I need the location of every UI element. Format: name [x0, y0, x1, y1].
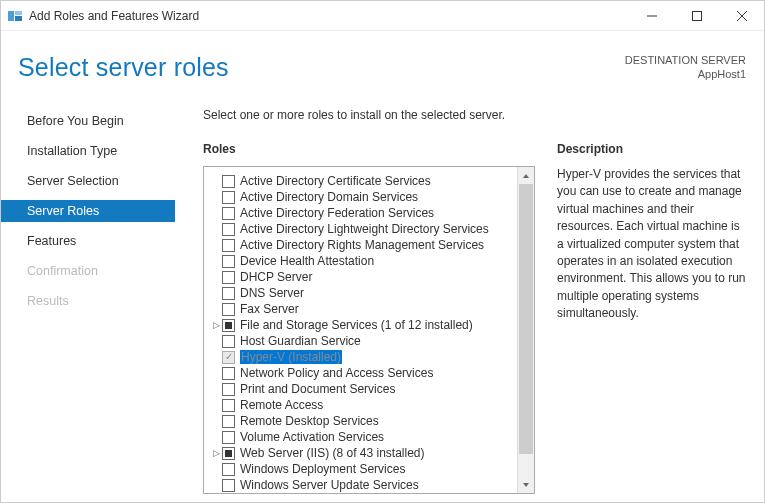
- role-checkbox[interactable]: [222, 335, 235, 348]
- role-row[interactable]: Active Directory Domain Services: [210, 189, 517, 205]
- role-checkbox[interactable]: [222, 367, 235, 380]
- roles-list: Active Directory Certificate ServicesAct…: [204, 167, 517, 494]
- role-checkbox[interactable]: [222, 175, 235, 188]
- role-row[interactable]: Hyper-V (Installed): [210, 349, 517, 365]
- role-row[interactable]: DNS Server: [210, 285, 517, 301]
- titlebar: Add Roles and Features Wizard: [1, 1, 764, 31]
- description-text: Hyper-V provides the services that you c…: [557, 166, 749, 323]
- nav-item-installation-type[interactable]: Installation Type: [1, 140, 175, 162]
- role-row[interactable]: Network Policy and Access Services: [210, 365, 517, 381]
- role-checkbox[interactable]: [222, 287, 235, 300]
- description-label: Description: [557, 142, 749, 156]
- close-button[interactable]: [719, 1, 764, 30]
- svg-rect-4: [692, 11, 701, 20]
- role-label: Windows Server Update Services: [240, 478, 419, 492]
- scrollbar[interactable]: [517, 167, 534, 493]
- role-row[interactable]: ▷Web Server (IIS) (8 of 43 installed): [210, 445, 517, 461]
- role-checkbox[interactable]: [222, 383, 235, 396]
- role-checkbox[interactable]: [222, 223, 235, 236]
- destination-label: DESTINATION SERVER: [625, 53, 746, 67]
- role-checkbox[interactable]: [222, 399, 235, 412]
- role-label: Print and Document Services: [240, 382, 395, 396]
- scroll-down-icon[interactable]: [518, 476, 534, 493]
- description-column: Description Hyper-V provides the service…: [557, 142, 749, 494]
- role-row[interactable]: Windows Server Update Services: [210, 477, 517, 493]
- nav-item-results: Results: [1, 290, 175, 312]
- role-row[interactable]: Volume Activation Services: [210, 429, 517, 445]
- role-checkbox[interactable]: [222, 447, 235, 460]
- role-label: Device Health Attestation: [240, 254, 374, 268]
- maximize-button[interactable]: [674, 1, 719, 30]
- app-icon: [7, 8, 23, 24]
- role-label: Windows Deployment Services: [240, 462, 405, 476]
- role-label: DHCP Server: [240, 270, 312, 284]
- role-checkbox[interactable]: [222, 239, 235, 252]
- role-label: Remote Access: [240, 398, 323, 412]
- role-row[interactable]: Fax Server: [210, 301, 517, 317]
- role-label: Network Policy and Access Services: [240, 366, 433, 380]
- destination-info: DESTINATION SERVER AppHost1: [625, 53, 746, 82]
- role-label: Active Directory Domain Services: [240, 190, 418, 204]
- columns: Roles Active Directory Certificate Servi…: [203, 142, 749, 494]
- role-checkbox[interactable]: [222, 431, 235, 444]
- role-checkbox[interactable]: [222, 255, 235, 268]
- role-label: Volume Activation Services: [240, 430, 384, 444]
- role-label: Host Guardian Service: [240, 334, 361, 348]
- role-checkbox[interactable]: [222, 415, 235, 428]
- window-controls: [629, 1, 764, 30]
- role-label: Active Directory Rights Management Servi…: [240, 238, 484, 252]
- svg-marker-8: [523, 483, 529, 487]
- role-row[interactable]: Active Directory Lightweight Directory S…: [210, 221, 517, 237]
- minimize-button[interactable]: [629, 1, 674, 30]
- role-row[interactable]: Active Directory Certificate Services: [210, 173, 517, 189]
- role-checkbox[interactable]: [222, 271, 235, 284]
- expander-icon[interactable]: ▷: [210, 320, 222, 330]
- role-label: Active Directory Certificate Services: [240, 174, 431, 188]
- scroll-thumb[interactable]: [519, 184, 533, 454]
- nav-item-features[interactable]: Features: [1, 230, 175, 252]
- role-label: Active Directory Federation Services: [240, 206, 434, 220]
- roles-label: Roles: [203, 142, 535, 156]
- role-row[interactable]: DHCP Server: [210, 269, 517, 285]
- svg-rect-1: [15, 11, 22, 15]
- role-label: Fax Server: [240, 302, 299, 316]
- nav-item-server-roles[interactable]: Server Roles: [1, 200, 175, 222]
- nav-item-confirmation: Confirmation: [1, 260, 175, 282]
- role-label: Web Server (IIS) (8 of 43 installed): [240, 446, 425, 460]
- svg-rect-2: [15, 16, 22, 21]
- role-checkbox[interactable]: [222, 191, 235, 204]
- scroll-up-icon[interactable]: [518, 167, 534, 184]
- role-checkbox[interactable]: [222, 207, 235, 220]
- content: Before You BeginInstallation TypeServer …: [1, 108, 764, 494]
- role-row[interactable]: Remote Desktop Services: [210, 413, 517, 429]
- role-label: DNS Server: [240, 286, 304, 300]
- role-checkbox[interactable]: [222, 479, 235, 492]
- role-row[interactable]: ▷File and Storage Services (1 of 12 inst…: [210, 317, 517, 333]
- role-row[interactable]: Print and Document Services: [210, 381, 517, 397]
- role-row[interactable]: Remote Access: [210, 397, 517, 413]
- role-row[interactable]: Active Directory Rights Management Servi…: [210, 237, 517, 253]
- page-title: Select server roles: [18, 53, 229, 82]
- role-label: Active Directory Lightweight Directory S…: [240, 222, 489, 236]
- nav-item-server-selection[interactable]: Server Selection: [1, 170, 175, 192]
- role-checkbox[interactable]: [222, 463, 235, 476]
- expander-icon[interactable]: ▷: [210, 448, 222, 458]
- window-title: Add Roles and Features Wizard: [29, 9, 629, 23]
- role-row[interactable]: Device Health Attestation: [210, 253, 517, 269]
- role-row[interactable]: Windows Deployment Services: [210, 461, 517, 477]
- instruction-text: Select one or more roles to install on t…: [203, 108, 749, 122]
- main-panel: Select one or more roles to install on t…: [175, 108, 749, 494]
- nav-item-before-you-begin[interactable]: Before You Begin: [1, 110, 175, 132]
- role-row[interactable]: Active Directory Federation Services: [210, 205, 517, 221]
- wizard-nav: Before You BeginInstallation TypeServer …: [1, 108, 175, 494]
- role-label: Remote Desktop Services: [240, 414, 379, 428]
- role-row[interactable]: Host Guardian Service: [210, 333, 517, 349]
- role-checkbox[interactable]: [222, 319, 235, 332]
- roles-listbox[interactable]: Active Directory Certificate ServicesAct…: [203, 166, 535, 494]
- svg-marker-7: [523, 174, 529, 178]
- role-checkbox: [222, 351, 235, 364]
- role-label: File and Storage Services (1 of 12 insta…: [240, 318, 473, 332]
- role-checkbox[interactable]: [222, 303, 235, 316]
- roles-column: Roles Active Directory Certificate Servi…: [203, 142, 535, 494]
- role-label: Hyper-V (Installed): [240, 350, 342, 364]
